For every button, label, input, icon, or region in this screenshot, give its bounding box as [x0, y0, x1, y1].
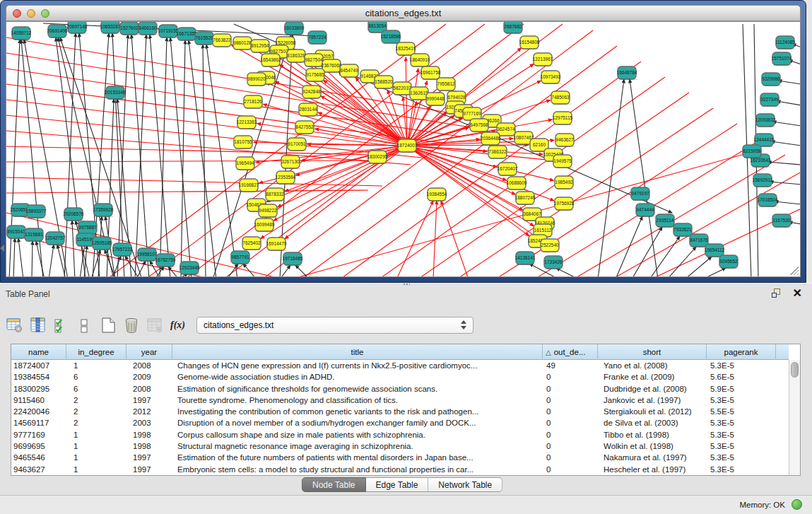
- cell-name[interactable]: 9115460: [11, 395, 66, 406]
- graph-node-yellow[interactable]: 19756928: [554, 197, 575, 211]
- cell-title[interactable]: Estimation of the future numbers of pati…: [172, 452, 543, 463]
- close-panel-icon[interactable]: ✕: [793, 286, 802, 300]
- graph-node-teal[interactable]: 1527602: [120, 22, 140, 35]
- cell-short[interactable]: de Silva et al. (2003): [598, 417, 707, 428]
- table-row[interactable]: 946362711997Embryonic stem cells: a mode…: [11, 464, 789, 475]
- graph-edge[interactable]: [770, 182, 801, 185]
- cell-out_de[interactable]: 0: [543, 406, 598, 417]
- table-row[interactable]: 946554611997Estimation of the future num…: [11, 452, 789, 463]
- table-select-dropdown[interactable]: citations_edges.txt: [196, 317, 473, 334]
- cell-out_de[interactable]: 0: [543, 395, 598, 406]
- graph-edge[interactable]: [6, 177, 382, 186]
- cell-short[interactable]: Dudbridge et al. (2008): [598, 383, 707, 395]
- float-panel-icon[interactable]: [772, 288, 782, 299]
- graph-edge[interactable]: [772, 122, 801, 126]
- table-row[interactable]: 977716911998Corpus callosum shape and si…: [11, 429, 789, 440]
- cell-short[interactable]: Yano et al. (2008): [598, 360, 707, 371]
- cell-title[interactable]: Corpus callosum shape and size in male p…: [172, 429, 543, 440]
- cell-out_de[interactable]: 0: [543, 383, 598, 395]
- graph-node-yellow[interactable]: 10973493: [541, 71, 561, 84]
- graph-edge[interactable]: [778, 81, 801, 84]
- panel-collapse-arrow[interactable]: [0, 245, 4, 252]
- cell-short[interactable]: Tibbo et al. (1998): [598, 429, 707, 440]
- graph-node-yellow[interactable]: 2718126: [244, 95, 264, 109]
- table-settings-icon[interactable]: [6, 316, 24, 334]
- cell-title[interactable]: Genome-wide association studies in ADHD.: [172, 371, 543, 382]
- graph-edge[interactable]: [396, 201, 433, 277]
- graph-node-yellow[interactable]: 2522540: [541, 239, 560, 252]
- splitpane-grip[interactable]: [403, 283, 410, 286]
- cell-in_degree[interactable]: 6: [66, 371, 126, 382]
- tab-network-table[interactable]: Network Table: [428, 477, 502, 492]
- cell-name[interactable]: 14569117: [11, 417, 66, 428]
- graph-node-teal[interactable]: 10719155: [158, 25, 179, 38]
- scrollbar-thumb[interactable]: [791, 362, 799, 378]
- graph-node-yellow[interactable]: 1965494: [236, 157, 256, 170]
- cell-in_degree[interactable]: 2: [66, 395, 126, 406]
- graph-node-teal[interactable]: 14136141: [515, 252, 536, 265]
- graph-node-yellow[interactable]: 1588520: [375, 76, 394, 89]
- graph-node-teal[interactable]: 2687682: [504, 22, 524, 34]
- cell-in_degree[interactable]: 2: [66, 417, 126, 428]
- graph-node-teal[interactable]: 7932621: [673, 223, 693, 237]
- graph-node-teal[interactable]: 12923448: [180, 262, 200, 275]
- graph-node-teal[interactable]: 16782759: [155, 254, 176, 267]
- citation-network-graph[interactable]: 1405571220691406206971481065328715276028…: [6, 22, 801, 277]
- cell-short[interactable]: Stergiakouli et al. (2012): [598, 406, 707, 417]
- graph-node-yellow[interactable]: 8427552: [295, 121, 315, 134]
- cell-year[interactable]: 1997: [126, 395, 172, 406]
- cell-short[interactable]: Wolkin et al. (1998): [598, 440, 707, 452]
- table-row[interactable]: 1938455462009Genome-wide association stu…: [11, 371, 789, 382]
- graph-edge[interactable]: [295, 265, 310, 277]
- table-row[interactable]: 2242004622012Investigating the contribut…: [11, 406, 789, 417]
- column-header-year[interactable]: year: [126, 344, 172, 360]
- table-row[interactable]: 1830029562008Estimation of significance …: [11, 383, 789, 395]
- cell-out_de[interactable]: 0: [543, 440, 598, 452]
- graph-node-teal[interactable]: 9474444: [636, 204, 656, 217]
- graph-edge[interactable]: [630, 79, 658, 277]
- graph-node-yellow[interactable]: 9498222: [259, 204, 278, 218]
- cell-in_degree[interactable]: 2: [66, 406, 126, 417]
- window-resize-grip[interactable]: [790, 267, 799, 275]
- column-header-pagerank[interactable]: pagerank: [707, 344, 776, 360]
- graph-node-teal[interactable]: 15218586: [381, 30, 401, 44]
- graph-edge[interactable]: [649, 236, 680, 277]
- cell-title[interactable]: Investigating the contribution of common…: [172, 406, 543, 417]
- graph-node-teal[interactable]: 20691406: [47, 25, 68, 38]
- cell-name[interactable]: 9777169: [11, 429, 66, 440]
- cell-year[interactable]: 2009: [126, 371, 172, 382]
- cell-out_de[interactable]: 49: [543, 360, 598, 371]
- graph-node-yellow[interactable]: 9990448: [426, 93, 446, 106]
- graph-node-yellow[interactable]: 8186328: [287, 49, 307, 63]
- cell-out_de[interactable]: 0: [543, 417, 598, 428]
- cell-year[interactable]: 2008: [126, 383, 172, 395]
- graph-node-yellow[interactable]: 12353584: [276, 171, 296, 185]
- graph-node-yellow[interactable]: 19166827: [239, 179, 259, 192]
- cell-pagerank[interactable]: 5.3E-5: [707, 360, 776, 371]
- function-builder-icon[interactable]: f(x): [170, 320, 185, 331]
- graph-node-yellow[interactable]: 6497568: [470, 119, 490, 132]
- cell-out_de[interactable]: 0: [543, 371, 598, 382]
- cell-in_degree[interactable]: 1: [66, 440, 126, 452]
- cell-short[interactable]: Nakamura et al. (1997): [598, 452, 707, 463]
- graph-node-yellow[interactable]: 9175685: [306, 69, 326, 82]
- cell-year[interactable]: 1997: [126, 464, 172, 475]
- graph-edge[interactable]: [49, 245, 54, 277]
- vertical-scrollbar[interactable]: [789, 360, 800, 475]
- cell-title[interactable]: Changes of HCN gene expression and I(f) …: [172, 360, 543, 371]
- graph-node-teal[interactable]: 9479197: [631, 187, 651, 201]
- cell-pagerank[interactable]: 5.3E-5: [707, 429, 776, 440]
- graph-node-teal[interactable]: 8466160: [139, 22, 158, 35]
- graph-node-yellow[interactable]: 18724007: [397, 139, 418, 153]
- cell-out_de[interactable]: 0: [543, 464, 598, 475]
- graph-edge[interactable]: [32, 241, 33, 277]
- graph-node-teal[interactable]: 9329966: [762, 73, 782, 86]
- graph-edge[interactable]: [6, 146, 373, 155]
- graph-node-teal[interactable]: 1315681: [25, 228, 45, 242]
- graph-node-yellow[interactable]: 1985492: [555, 176, 575, 189]
- graph-node-yellow[interactable]: 7955812: [437, 78, 457, 91]
- cell-name[interactable]: 9465546: [11, 452, 66, 463]
- cell-out_de[interactable]: 0: [543, 452, 598, 463]
- graph-node-yellow[interactable]: 7625402: [242, 237, 262, 250]
- delete-table-disabled-icon[interactable]: [146, 316, 164, 334]
